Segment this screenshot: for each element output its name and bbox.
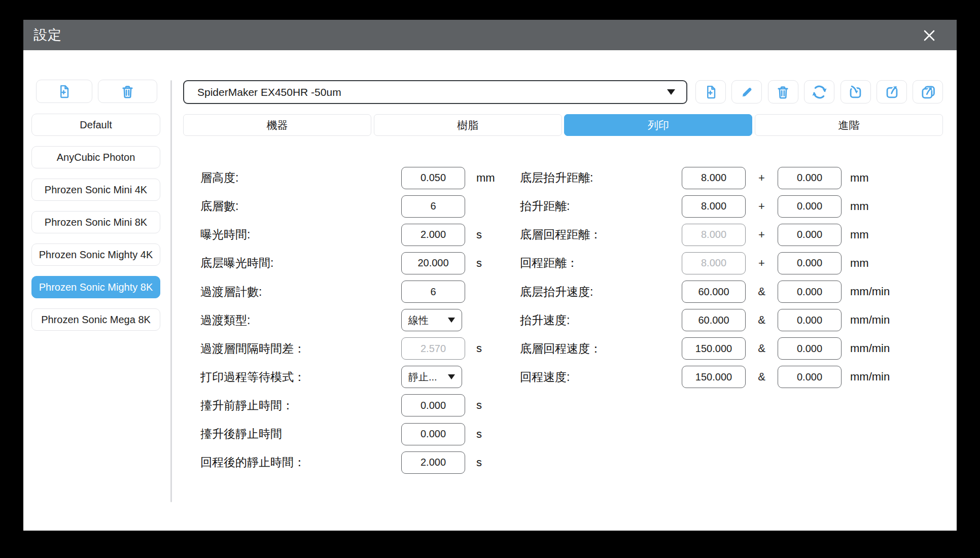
sidebar-actions bbox=[36, 80, 157, 103]
unit-label: s bbox=[476, 257, 482, 270]
new-profile-button[interactable] bbox=[36, 80, 92, 103]
delete-preset-button[interactable] bbox=[768, 80, 798, 103]
form-row-left: 過渡層間隔時間差：2.570s bbox=[200, 334, 482, 363]
separator-label: + bbox=[746, 257, 778, 270]
form-row-left: 底層數:6 bbox=[200, 192, 465, 221]
value-input[interactable]: 150.000 bbox=[682, 337, 746, 360]
preset-select[interactable]: SpiderMaker EX450HR -50um bbox=[183, 80, 687, 104]
profile-item[interactable]: Phrozen Sonic Mighty 8K bbox=[31, 276, 160, 298]
unit-label: mm/min bbox=[850, 285, 890, 298]
field-label: 抬升距離: bbox=[520, 198, 682, 214]
profile-item[interactable]: Phrozen Sonic Mini 4K bbox=[31, 179, 160, 201]
value-input[interactable]: 0.000 bbox=[778, 337, 842, 360]
value-input[interactable]: 0.000 bbox=[778, 195, 842, 218]
value-input[interactable]: 0.000 bbox=[778, 366, 842, 388]
preset-select-value: SpiderMaker EX450HR -50um bbox=[197, 86, 667, 98]
value-input[interactable]: 2.000 bbox=[401, 224, 465, 246]
field-label: 底層回程速度： bbox=[520, 341, 682, 357]
field-label: 回程後的靜止時間： bbox=[200, 455, 401, 470]
field-label: 抬升速度: bbox=[520, 312, 682, 328]
value-input[interactable]: 0.000 bbox=[401, 423, 465, 445]
value-input[interactable]: 0.050 bbox=[401, 167, 465, 189]
field-label: 回程距離： bbox=[520, 255, 682, 271]
close-icon bbox=[921, 27, 938, 44]
value-input[interactable]: 0.000 bbox=[778, 167, 842, 189]
export-all-icon bbox=[920, 84, 936, 100]
unit-label: s bbox=[476, 228, 482, 241]
field-label: 過渡類型: bbox=[200, 312, 401, 328]
unit-label: mm bbox=[476, 171, 495, 185]
export-all-presets-button[interactable] bbox=[913, 80, 943, 103]
value-input[interactable]: 60.000 bbox=[682, 309, 746, 331]
separator-label: & bbox=[746, 313, 778, 327]
new-preset-button[interactable] bbox=[695, 80, 726, 103]
caret-down-icon bbox=[448, 318, 455, 323]
pencil-icon bbox=[739, 84, 755, 100]
tab-3[interactable]: 列印 bbox=[564, 114, 752, 136]
value-input[interactable]: 0.000 bbox=[778, 281, 842, 303]
separator-label: & bbox=[746, 342, 778, 355]
dialog-title: 設定 bbox=[33, 26, 62, 44]
unit-label: s bbox=[476, 399, 482, 412]
unit-label: mm bbox=[850, 171, 869, 185]
unit-label: mm bbox=[850, 200, 869, 213]
unit-label: mm bbox=[850, 228, 869, 241]
profile-item[interactable]: Phrozen Sonic Mighty 4K bbox=[31, 243, 160, 266]
delete-profile-button[interactable] bbox=[98, 80, 157, 103]
field-label: 擡升後靜止時間 bbox=[200, 426, 401, 442]
profile-item[interactable]: AnyCubic Photon bbox=[31, 146, 160, 168]
import-preset-button[interactable] bbox=[841, 80, 871, 103]
separator-label: & bbox=[746, 285, 778, 298]
tab-2[interactable]: 樹脂 bbox=[374, 114, 562, 136]
profile-item[interactable]: Default bbox=[31, 114, 160, 136]
value-input[interactable]: 2.570 bbox=[401, 337, 465, 360]
caret-down-icon bbox=[448, 374, 455, 379]
select-value: 靜止... bbox=[408, 370, 437, 384]
value-input[interactable]: 0.000 bbox=[778, 252, 842, 274]
field-label: 打印過程等待模式： bbox=[200, 369, 401, 385]
trash-icon bbox=[120, 84, 135, 99]
value-input[interactable]: 20.000 bbox=[401, 252, 465, 274]
form-row-right: 底层抬升距離:8.000+0.000mm bbox=[520, 164, 869, 192]
form-row-right: 底層回程速度：150.000&0.000mm/min bbox=[520, 334, 890, 363]
unit-label: s bbox=[476, 428, 482, 441]
value-input[interactable]: 8.000 bbox=[682, 195, 746, 218]
form-row-left: 曝光時間:2.000s bbox=[200, 221, 482, 249]
separator-label: + bbox=[746, 200, 778, 213]
form-row-right: 抬升距離:8.000+0.000mm bbox=[520, 192, 869, 221]
profile-item[interactable]: Phrozen Sonic Mega 8K bbox=[31, 308, 160, 331]
unit-label: mm bbox=[850, 257, 869, 270]
file-plus-icon bbox=[703, 84, 719, 100]
separator-label: + bbox=[746, 171, 778, 185]
form-row-left: 底层曝光時間:20.000s bbox=[200, 249, 482, 277]
refresh-presets-button[interactable] bbox=[804, 80, 834, 103]
form-row-left: 層高度:0.050mm bbox=[200, 164, 495, 192]
value-select[interactable]: 線性 bbox=[401, 309, 462, 331]
value-input[interactable]: 8.000 bbox=[682, 167, 746, 189]
value-input[interactable]: 150.000 bbox=[682, 366, 746, 388]
value-input[interactable]: 60.000 bbox=[682, 281, 746, 303]
field-label: 層高度: bbox=[200, 170, 401, 186]
value-select[interactable]: 靜止... bbox=[401, 366, 462, 388]
value-input[interactable]: 0.000 bbox=[401, 394, 465, 416]
value-input[interactable]: 2.000 bbox=[401, 451, 465, 474]
tab-4[interactable]: 進階 bbox=[755, 114, 943, 136]
value-input[interactable]: 6 bbox=[401, 195, 465, 218]
field-label: 擡升前靜止時間： bbox=[200, 398, 401, 413]
field-label: 過渡層計數: bbox=[200, 284, 401, 300]
select-value: 線性 bbox=[408, 313, 429, 327]
value-input[interactable]: 8.000 bbox=[682, 224, 746, 246]
export-preset-button[interactable] bbox=[877, 80, 907, 103]
separator-label: + bbox=[746, 228, 778, 241]
unit-label: mm/min bbox=[850, 342, 890, 355]
field-label: 過渡層間隔時間差： bbox=[200, 341, 401, 357]
value-input[interactable]: 8.000 bbox=[682, 252, 746, 274]
close-button[interactable] bbox=[920, 26, 938, 45]
value-input[interactable]: 0.000 bbox=[778, 309, 842, 331]
value-input[interactable]: 0.000 bbox=[778, 224, 842, 246]
profile-item[interactable]: Phrozen Sonic Mini 8K bbox=[31, 211, 160, 233]
value-input[interactable]: 6 bbox=[401, 281, 465, 303]
refresh-icon bbox=[811, 84, 828, 100]
tab-1[interactable]: 機器 bbox=[183, 114, 371, 136]
rename-preset-button[interactable] bbox=[731, 80, 762, 103]
